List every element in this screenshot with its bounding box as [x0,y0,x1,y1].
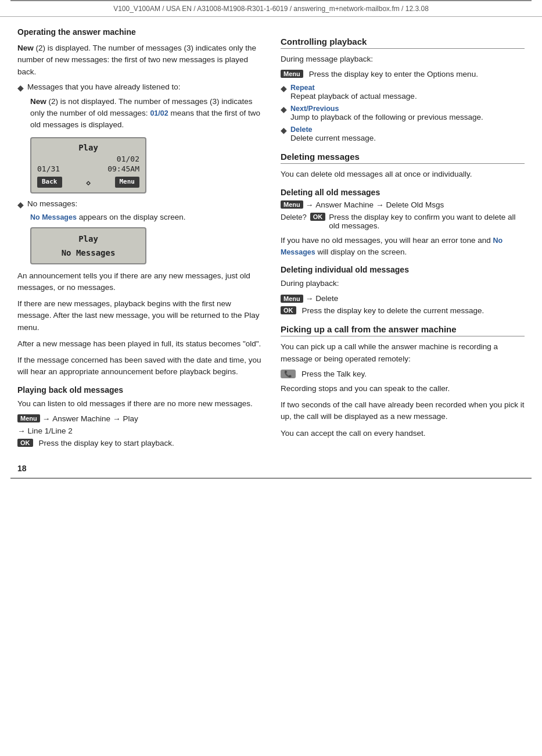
header-text: V100_V100AM / USA EN / A31008-M1908-R301… [113,5,429,13]
menu-text-3: Line 1/Line 2 [28,427,73,435]
bullet-diamond-r1: ◆ [281,84,287,93]
ok-row: OK Press the display key to start playba… [17,439,263,447]
talk-key-row: 📞 Press the Talk key. [281,370,525,378]
picking-up-para1: You can pick up a call while the answer … [281,341,525,365]
page-header: V100_V100AM / USA EN / A31008-M1908-R301… [0,1,542,17]
deleting-para: You can delete old messages all at once … [281,169,525,180]
display1-row1: 01/02 [37,155,139,163]
menu-tag: Menu [281,70,303,78]
para1: New (2) is displayed. The number of mess… [17,42,263,78]
section-title: Operating the answer machine [17,27,263,37]
nomsg-code: No Messages [30,213,77,221]
delete-label: Delete [290,126,313,134]
display1-menu-btn: Menu [115,177,140,188]
menu-text: Press the display key to enter the Optio… [309,70,478,78]
display1-buttons: Back ⬦ Menu [37,177,139,188]
display1-index: 01/02 [117,155,139,163]
delete-item: ◆ Delete Delete current message. [281,125,525,142]
during-playback: During message playback: [281,53,525,65]
nomsg-text: appears on the display screen. [79,213,186,221]
delete-all-arrow1: → [306,200,314,209]
ok-text: Press the display key to start playback. [39,439,174,447]
nextprev-label: Next/Previous [290,105,339,113]
delete-ind-ok-row: OK Press the display key to delete the c… [281,306,525,315]
delete-all-menu: Menu → Answer Machine → Delete Old Msgs [281,200,525,209]
delete-confirm-label: Delete? [281,213,307,221]
menu-row: Menu Press the display key to enter the … [281,70,525,78]
para2: New (2) is not displayed. The number of … [30,96,263,131]
display1-title: Play [37,143,139,152]
no-messages-code: No Messages [281,237,502,256]
menu-path-line: → Line 1/Line 2 [17,427,263,435]
para6: If the message concerned has been saved … [17,354,263,378]
bottom-border [10,478,532,479]
nextprev-content: Next/Previous Jump to playback of the fo… [290,104,483,121]
left-column: Operating the answer machine New (2) is … [17,27,263,447]
page-footer: 18 [0,459,542,478]
menu-path-play: Menu → Answer Machine → Play [17,414,263,423]
right-column: Controlling playback During message play… [281,27,525,447]
nextprev-item: ◆ Next/Previous Jump to playback of the … [281,104,525,121]
para5: After a new message has been played in f… [17,338,263,350]
delete-all-para: If you have no old messages, you will he… [281,235,525,259]
arrow-2: → [113,414,121,423]
del-ind-arrow: → [306,294,314,303]
menu-text-1: Answer Machine [52,414,110,423]
bullet1: ◆ Messages that you have already listene… [17,83,263,92]
delete-individual-heading: Deleting individual old messages [281,265,525,274]
del-ind-text: Delete [315,294,338,303]
del-ind-ok: OK [281,306,296,314]
bullet2-text: No messages: [27,199,77,208]
display1-row2: 01/31 09:45AM [37,164,139,173]
delete-all-tag: Menu [281,200,303,209]
menu-text-2: Play [123,414,138,423]
repeat-item: ◆ Repeat Repeat playback of actual messa… [281,83,525,101]
repeat-content: Repeat Repeat playback of actual message… [290,83,417,101]
display1-left-num2: 01/31 [37,164,60,173]
bullet-diamond-r3: ◆ [281,126,287,135]
delete-text: Delete current message. [290,134,376,142]
indented-para2: New (2) is not displayed. The number of … [30,96,263,131]
playing-back-para: You can listen to old messages if there … [17,398,263,410]
talk-key-icon: 📞 [281,370,296,378]
indented-nomsg: No Messages appears on the display scree… [30,213,263,221]
bullet2: ◆ No messages: [17,199,263,209]
during-playback2: During playback: [281,278,525,289]
bullet-diamond-2: ◆ [17,200,24,209]
ok-tag: OK [17,439,33,447]
phone-display-1: Play 01/02 01/31 09:45AM Back ⬦ Menu [30,137,146,194]
delete-all-arrow2: → [376,200,384,209]
controlling-heading: Controlling playback [281,37,525,49]
delete-individual-menu: Menu → Delete [281,294,525,303]
delete-ind-text: Press the display key to delete the curr… [302,306,484,315]
picking-up-para4: You can accept the call on every handset… [281,428,525,439]
repeat-text: Repeat playback of actual message. [290,92,417,101]
delete-all-heading: Deleting all old messages [281,188,525,197]
arrow-3: → [17,427,26,435]
arrow-1: → [42,414,51,423]
para3: An announcement tells you if there are a… [17,270,263,294]
delete-all-text1: Answer Machine [315,200,374,209]
para4: If there are new messages, playback begi… [17,298,263,334]
delete-confirm-ok: OK [310,213,326,221]
code-01-02: 01/02 [150,109,168,117]
picking-up-para2: Recording stops and you can speak to the… [281,383,525,395]
display1-back-btn: Back [37,177,62,188]
repeat-label: Repeat [290,84,315,92]
delete-content: Delete Delete current message. [290,125,376,142]
page-number: 18 [17,464,27,473]
talk-key-text: Press the Talk key. [301,370,367,378]
delete-confirm-row: Delete? OK Press the display key to conf… [281,213,525,230]
display2-message: No Messages [37,248,139,257]
bullet-diamond-r2: ◆ [281,105,287,114]
display2-title: Play [37,234,139,243]
display1-center-btn: ⬦ [85,177,91,188]
nextprev-text: Jump to playback of the following or pre… [290,113,483,121]
bullet1-text: Messages that you have already listened … [27,83,180,91]
deleting-heading: Deleting messages [281,152,525,164]
display1-time: 09:45AM [107,164,139,173]
picking-up-para3: If two seconds of the call have already … [281,399,525,423]
delete-all-text2: Delete Old Msgs [386,200,444,209]
delete-confirm-text: Press the display key to confirm you wan… [329,213,525,230]
del-ind-tag: Menu [281,295,303,303]
